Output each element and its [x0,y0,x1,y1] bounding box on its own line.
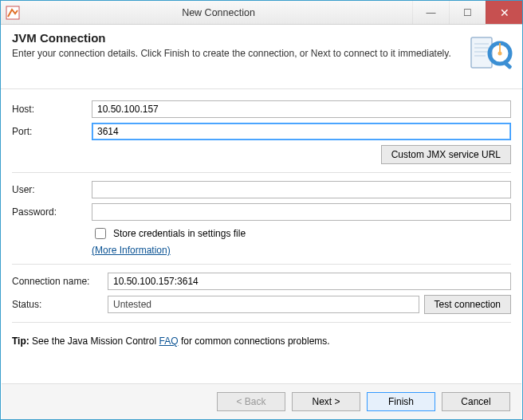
password-input[interactable] [92,203,511,221]
custom-jmx-url-button[interactable]: Custom JMX service URL [381,145,511,164]
wizard-button-bar: < Back Next > Finish Cancel [2,383,521,419]
test-connection-button[interactable]: Test connection [424,295,511,314]
wizard-content: Host: Port: Custom JMX service URL User:… [1,89,522,353]
status-label: Status: [12,299,108,310]
user-label: User: [12,184,92,195]
separator [12,172,511,173]
maximize-button[interactable]: ☐ [449,1,486,24]
more-information-link[interactable]: (More Information) [92,245,171,256]
close-button[interactable]: ✕ [486,1,522,24]
tip-prefix: Tip: [12,336,32,347]
store-credentials-label: Store credentials in settings file [113,228,246,239]
page-subtitle: Enter your connection details. Click Fin… [12,48,466,59]
page-title: JVM Connection [12,31,466,45]
tip-part1: See the Java Mission Control [32,336,159,347]
svg-rect-0 [6,6,19,19]
store-credentials-checkbox[interactable] [95,228,106,239]
user-input[interactable] [92,181,511,198]
wizard-icon [466,31,514,79]
password-label: Password: [12,206,92,218]
port-input[interactable] [92,123,511,140]
minimize-button[interactable]: — [412,1,449,24]
finish-button[interactable]: Finish [367,392,435,411]
window-title: New Connection [25,1,412,24]
app-icon [1,1,25,24]
separator [12,264,511,265]
back-button: < Back [217,392,285,411]
host-input[interactable] [92,100,511,118]
window-titlebar: New Connection — ☐ ✕ [1,1,522,25]
next-button[interactable]: Next > [292,392,360,411]
tip-text: Tip: See the Java Mission Control FAQ fo… [12,336,511,347]
separator [12,322,511,323]
faq-link[interactable]: FAQ [159,336,179,347]
connection-name-label: Connection name: [12,276,108,287]
window-controls: — ☐ ✕ [412,1,522,24]
connection-name-input[interactable] [108,273,511,290]
port-label: Port: [12,126,92,137]
svg-rect-9 [499,43,501,53]
host-label: Host: [12,104,92,115]
cancel-button[interactable]: Cancel [442,392,510,411]
wizard-header: JVM Connection Enter your connection det… [1,25,522,89]
tip-part2: for common connections problems. [179,336,330,347]
status-value: Untested [108,296,419,313]
